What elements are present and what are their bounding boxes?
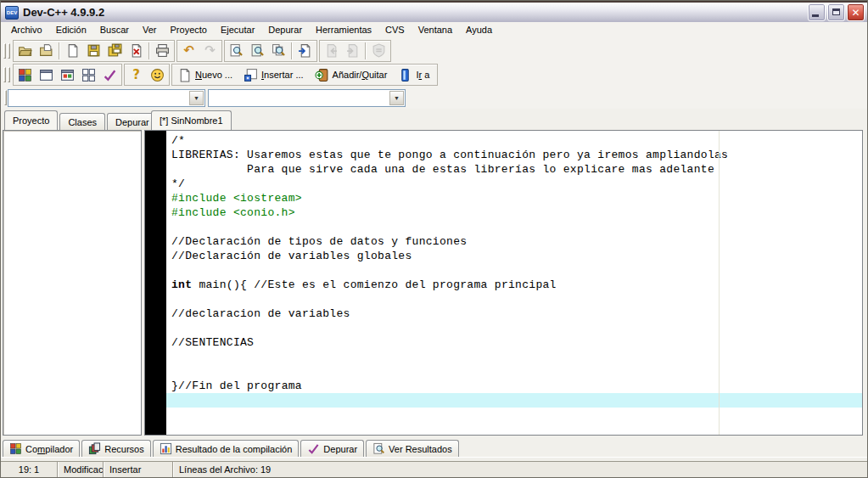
chevron-down-icon[interactable]: ▼ (189, 91, 204, 105)
code-line: }//Fin del programa (166, 379, 862, 393)
editor-tab-sinnombre1[interactable]: [*] SinNombre1 (151, 110, 232, 130)
goto-line-button[interactable] (294, 41, 316, 60)
print-button[interactable] (152, 41, 173, 60)
toolbar-grip[interactable] (8, 67, 10, 82)
menu-item-ver[interactable]: Ver (136, 22, 164, 38)
toolbar-group (13, 64, 122, 86)
find-in-files-icon (250, 43, 265, 58)
report-tab-compilador[interactable]: Compilador (3, 440, 80, 457)
goto-function-icon (398, 68, 412, 82)
menu-item-edición[interactable]: Edición (49, 22, 93, 38)
editor-gutter (145, 131, 166, 435)
toolbar-button-label: Añadir/Quitar (333, 70, 388, 80)
menu-item-buscar[interactable]: Buscar (93, 22, 136, 38)
report-tab-resultado-de-la-compilaci-n[interactable]: Resultado de la compilación (153, 440, 300, 457)
compile-button[interactable] (14, 65, 36, 85)
toolbar-grip[interactable] (3, 67, 6, 82)
toolbar-grip[interactable] (8, 43, 10, 59)
save-button[interactable] (83, 41, 104, 60)
close-file-icon (129, 43, 143, 58)
find-in-files-button[interactable] (247, 41, 268, 60)
new-unit-button[interactable]: Nuevo ... (173, 65, 239, 85)
code-segment: int (171, 278, 192, 291)
insert-button[interactable]: Insertar ... (239, 65, 311, 85)
menu-item-ventana[interactable]: Ventana (412, 22, 459, 38)
code-segment: //declaracion de variables (171, 307, 350, 320)
help-icon: ? (129, 68, 143, 82)
class-combo[interactable]: ▼ (208, 89, 406, 107)
restore-button[interactable] (827, 3, 845, 21)
compiler-tab-icon (9, 442, 22, 455)
toolbar-grip[interactable] (4, 90, 7, 105)
help-button[interactable]: ? (126, 65, 147, 85)
code-segment: //SENTENCIAS (171, 336, 254, 349)
code-editor[interactable]: /*LIBRERIAS: Usaremos estas que te pongo… (144, 130, 863, 436)
profile-icon (372, 43, 386, 58)
replace-button[interactable] (268, 41, 289, 60)
minimize-button[interactable] (808, 3, 826, 21)
code-segment: //Este es el comienzo del programa princ… (254, 278, 556, 291)
toolbar-separator (365, 42, 367, 59)
tab-label: Ver Resultados (389, 444, 452, 454)
menu-item-cvs[interactable]: CVS (378, 22, 412, 38)
new-source-button[interactable] (62, 41, 83, 60)
chevron-down-icon[interactable]: ▼ (389, 91, 404, 105)
rebuild-button[interactable] (78, 65, 99, 85)
report-tab-recursos[interactable]: Recursos (81, 440, 150, 457)
code-text[interactable]: /*LIBRERIAS: Usaremos estas que te pongo… (166, 131, 862, 435)
redo-icon: ↷ (203, 43, 217, 58)
main-toolbar: ↶↷ (1, 38, 867, 63)
about-button[interactable] (147, 65, 168, 85)
run-button[interactable] (36, 65, 57, 85)
close-file-button[interactable] (126, 41, 147, 60)
code-line: #include <conio.h> (166, 205, 862, 220)
goto-function-button[interactable]: Ir a (394, 65, 436, 85)
toolbar-separator (59, 42, 60, 59)
status-cursor-position: 19: 1 (1, 462, 57, 477)
code-line (166, 292, 862, 306)
code-line: //Declaración de variables globales (166, 249, 862, 263)
menu-item-depurar[interactable]: Depurar (261, 22, 309, 38)
add-remove-icon (315, 68, 329, 82)
insert-icon (244, 68, 258, 82)
status-file-lines: Líneas del Archivo: 19 (174, 462, 867, 477)
menu-item-archivo[interactable]: Archivo (4, 22, 49, 38)
code-segment: main(){ (192, 278, 254, 291)
open-project-button[interactable] (14, 41, 36, 60)
find-button[interactable] (226, 41, 247, 60)
open-file-button[interactable] (36, 41, 57, 60)
tab-clases[interactable]: Clases (59, 113, 105, 130)
toolbar-separator (148, 42, 150, 59)
menu-item-ayuda[interactable]: Ayuda (459, 22, 499, 38)
status-bar: 19: 1ModificacInsertarLíneas del Archivo… (1, 462, 867, 477)
toolbar-button-label: Insertar ... (261, 70, 304, 80)
tab-proyecto[interactable]: Proyecto (4, 110, 58, 130)
title-bar: DEV Dev-C++ 4.9.9.2 ✕ (1, 1, 867, 22)
menu-item-herramientas[interactable]: Herramientas (309, 22, 378, 38)
code-segment: LIBRERIAS: Usaremos estas que te pongo a… (171, 149, 728, 161)
code-line (166, 220, 862, 234)
toolbar-grip[interactable] (3, 43, 6, 59)
save-all-button[interactable] (104, 41, 126, 60)
code-segment: //Declaración de variables globales (171, 250, 412, 262)
compiler-combo[interactable]: ▼ (8, 89, 205, 107)
code-line: #include <iostream> (166, 191, 862, 205)
undo-icon: ↶ (182, 43, 196, 58)
syntax-check-button[interactable] (99, 65, 120, 85)
toolbar-group: Nuevo ...Insertar ...Añadir/QuitarIr a (171, 64, 438, 86)
code-segment: #include <conio.h> (171, 206, 295, 219)
report-tab-ver-resultados[interactable]: Ver Resultados (366, 440, 459, 457)
report-tab-depurar[interactable]: Depurar (300, 440, 364, 457)
toolbar-button-label: Ir a (416, 70, 429, 80)
toolbar-group: ↶↷ (176, 40, 222, 62)
close-button[interactable]: ✕ (847, 3, 865, 21)
about-icon (150, 68, 165, 82)
status-modified: Modificac (59, 462, 103, 477)
menu-item-proyecto[interactable]: Proyecto (164, 22, 214, 38)
project-tree[interactable] (3, 130, 142, 436)
menu-item-ejecutar[interactable]: Ejecutar (214, 22, 261, 38)
add-remove-button[interactable]: Añadir/Quitar (311, 65, 395, 85)
open-project-icon (18, 43, 32, 58)
undo-button[interactable]: ↶ (178, 41, 199, 60)
compile-run-button[interactable] (57, 65, 78, 85)
